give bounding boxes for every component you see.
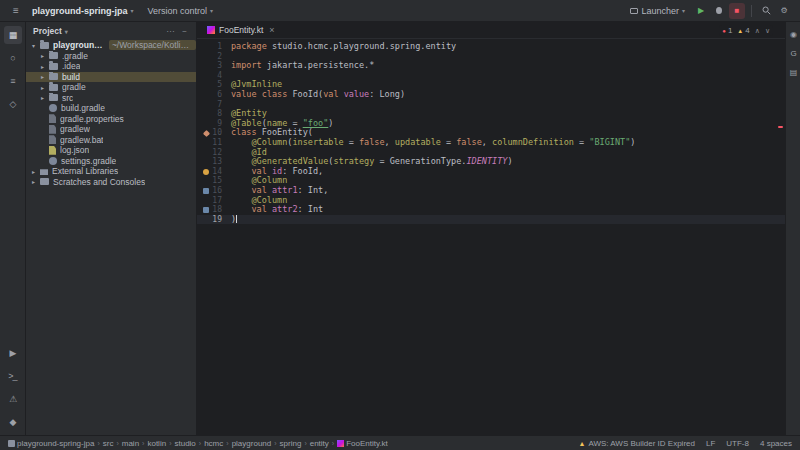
entity-gutter-icon[interactable] — [203, 130, 210, 137]
notifications-icon[interactable]: ◉ — [787, 27, 800, 41]
id-gutter-icon[interactable] — [203, 169, 209, 175]
tree-item-gradle-properties[interactable]: gradle.properties — [26, 114, 196, 125]
inspections-widget[interactable]: ● 1 ▲ 4 ∧ ∨ — [719, 25, 773, 36]
bookmarks-icon[interactable]: ◇ — [4, 95, 22, 113]
tree-item--idea[interactable]: ▸.idea — [26, 61, 196, 72]
indent-widget[interactable]: 4 spaces — [760, 439, 792, 448]
stop-button[interactable]: ■ — [729, 3, 745, 19]
gutter[interactable]: 10 — [197, 128, 231, 138]
project-selector[interactable]: playground-spring-jpa ▾ — [26, 4, 140, 18]
breadcrumb-item[interactable]: playground-spring-jpa — [8, 439, 94, 448]
next-problem-button[interactable]: ∨ — [765, 27, 770, 35]
code-line-19[interactable]: 19) — [197, 215, 785, 225]
search-everywhere-button[interactable] — [758, 3, 774, 19]
code-line-4[interactable]: 4 — [197, 71, 785, 81]
commit-icon[interactable]: ○ — [4, 49, 22, 67]
prev-problem-button[interactable]: ∧ — [755, 27, 760, 35]
breadcrumb-item[interactable]: studio — [174, 439, 195, 448]
gutter[interactable]: 12 — [197, 148, 231, 158]
chevron-right-icon[interactable]: ▸ — [41, 63, 49, 70]
database-icon[interactable]: ▤ — [787, 65, 800, 79]
gutter[interactable]: 4 — [197, 71, 231, 81]
tree-item--gradle[interactable]: ▸.gradle — [26, 51, 196, 62]
gutter[interactable]: 17 — [197, 196, 231, 206]
hide-panel-icon[interactable]: − — [180, 27, 189, 36]
gutter[interactable]: 19 — [197, 215, 231, 225]
tree-item-gradlew[interactable]: gradlew — [26, 124, 196, 135]
breadcrumb-item[interactable]: playground — [232, 439, 272, 448]
breadcrumb-item[interactable]: hcmc — [204, 439, 223, 448]
chevron-right-icon[interactable]: ▸ — [41, 52, 49, 59]
chevron-right-icon[interactable]: ▸ — [32, 178, 40, 185]
tree-item-gradle[interactable]: ▸gradle — [26, 82, 196, 93]
chevron-right-icon[interactable]: ▸ — [41, 84, 49, 91]
aws-status-widget[interactable]: ▲ AWS: AWS Builder ID Expired — [578, 439, 695, 448]
breadcrumb-item[interactable]: main — [122, 439, 139, 448]
gutter[interactable]: 3 — [197, 61, 231, 71]
gutter[interactable]: 15 — [197, 176, 231, 186]
terminal-icon[interactable]: >_ — [4, 367, 22, 385]
run-button[interactable]: ▶ — [693, 3, 709, 19]
gutter[interactable]: 2 — [197, 52, 231, 62]
structure-icon[interactable]: ≡ — [4, 72, 22, 90]
gutter[interactable]: 14 — [197, 167, 231, 177]
gutter[interactable]: 5 — [197, 80, 231, 90]
tree-item-src[interactable]: ▸src — [26, 93, 196, 104]
tree-item-gradlew-bat[interactable]: gradlew.bat — [26, 135, 196, 146]
gutter[interactable]: 7 — [197, 100, 231, 110]
tree-item-build-gradle[interactable]: build.gradle — [26, 103, 196, 114]
tree-item-log-json[interactable]: log.json — [26, 145, 196, 156]
code-line-6[interactable]: 6value class FooId(val value: Long) — [197, 90, 785, 100]
gutter[interactable]: 11 — [197, 138, 231, 148]
tree-item-scratches-and-consoles[interactable]: ▸Scratches and Consoles — [26, 177, 196, 188]
code-line-3[interactable]: 3import jakarta.persistence.* — [197, 61, 785, 71]
line-separator-widget[interactable]: LF — [706, 439, 715, 448]
gutter[interactable]: 18 — [197, 205, 231, 215]
code-line-18[interactable]: 18 val attr2: Int — [197, 205, 785, 215]
tree-item-external-libraries[interactable]: ▸External Libraries — [26, 166, 196, 177]
project-view-selector[interactable]: Project ▾ — [33, 26, 68, 36]
problems-icon[interactable]: ⚠ — [4, 390, 22, 408]
tab-fooentity-kt[interactable]: FooEntity.kt × — [199, 22, 283, 38]
gutter[interactable]: 13 — [197, 157, 231, 167]
chevron-right-icon[interactable]: ▸ — [41, 73, 49, 80]
launcher-selector[interactable]: Launcher ▾ — [624, 4, 691, 18]
code-text: value class FooId(val value: Long) — [231, 90, 405, 100]
run-icon[interactable]: ▶ — [4, 344, 22, 362]
breadcrumb-item[interactable]: src — [103, 439, 114, 448]
breadcrumb-item[interactable]: FooEntity.kt — [337, 439, 388, 448]
tree-item-build[interactable]: ▸build — [26, 72, 196, 83]
breadcrumb-item[interactable]: entity — [310, 439, 329, 448]
gutter[interactable]: 9 — [197, 119, 231, 129]
column-gutter-icon[interactable] — [203, 188, 209, 194]
vcs-selector[interactable]: Version control ▾ — [142, 4, 220, 18]
breadcrumb-item[interactable]: kotlin — [147, 439, 166, 448]
tree-item-root[interactable]: ▾ playground-spring-jpa ~/Workspace/Kotl… — [26, 40, 196, 51]
gradle-icon[interactable]: G — [787, 46, 800, 60]
gutter[interactable]: 6 — [197, 90, 231, 100]
gutter[interactable]: 1 — [197, 42, 231, 52]
code-line-11[interactable]: 11 @Column(insertable = false, updatable… — [197, 138, 785, 148]
services-icon[interactable]: ◆ — [4, 413, 22, 431]
settings-button[interactable]: ⚙ — [776, 3, 792, 19]
gutter[interactable]: 8 — [197, 109, 231, 119]
gutter[interactable]: 16 — [197, 186, 231, 196]
main-menu-icon[interactable]: ≡ — [8, 3, 24, 19]
more-options-icon[interactable]: ⋯ — [164, 27, 176, 36]
debug-button[interactable] — [711, 3, 727, 19]
warning-count[interactable]: ▲ 4 — [737, 26, 749, 35]
code-line-7[interactable]: 7 — [197, 100, 785, 110]
chevron-right-icon[interactable]: ▸ — [32, 168, 40, 175]
project-icon[interactable]: ▦ — [4, 26, 22, 44]
breadcrumb-item[interactable]: spring — [280, 439, 302, 448]
chevron-down-icon[interactable]: ▾ — [32, 42, 40, 49]
code-line-1[interactable]: 1package studio.hcmc.playground.spring.e… — [197, 42, 785, 52]
tree-item-settings-gradle[interactable]: settings.gradle — [26, 156, 196, 167]
encoding-widget[interactable]: UTF-8 — [726, 439, 749, 448]
column-gutter-icon[interactable] — [203, 207, 209, 213]
error-stripe-mark[interactable] — [778, 126, 783, 128]
code-editor[interactable]: 1package studio.hcmc.playground.spring.e… — [197, 39, 785, 435]
error-count[interactable]: ● 1 — [722, 26, 732, 35]
chevron-right-icon[interactable]: ▸ — [41, 94, 49, 101]
close-icon[interactable]: × — [269, 25, 274, 35]
